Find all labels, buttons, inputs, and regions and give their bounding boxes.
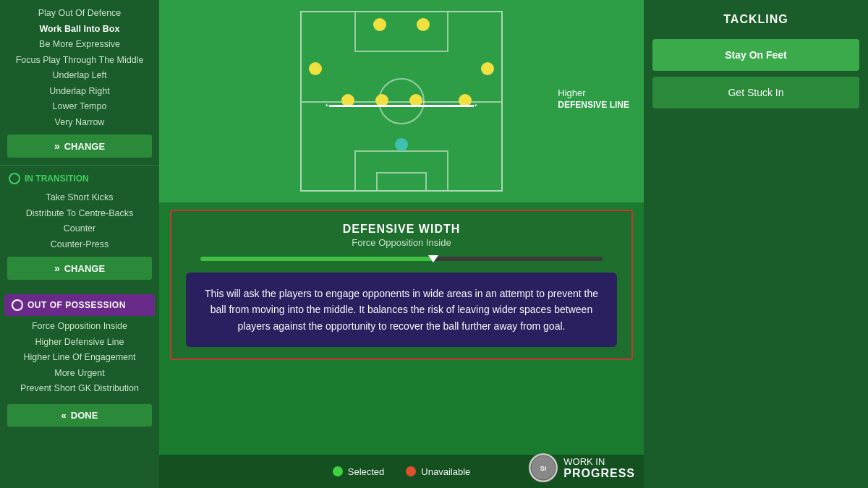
change-button[interactable]: » CHANGE xyxy=(7,134,152,158)
out-possession-label: OUT OF POSSESSION xyxy=(27,300,126,310)
out-of-possession-section: OUT OF POSSESSION Force Opposition Insid… xyxy=(0,286,159,488)
penalty-box-top xyxy=(354,12,448,52)
wip-line1: WORK IN xyxy=(563,456,635,467)
sidebar-item-underlap-right[interactable]: Underlap Right xyxy=(0,84,159,100)
unavailable-label: Unavailable xyxy=(421,466,470,477)
pitch-field xyxy=(300,11,503,192)
out-possession-header: OUT OF POSSESSION xyxy=(4,294,155,316)
sidebar-item-short-kicks[interactable]: Take Short Kicks xyxy=(0,190,159,206)
defensive-line-arrow xyxy=(329,105,474,107)
wip-line2: PROGRESS xyxy=(563,467,635,480)
unavailable-dot-icon xyxy=(406,466,416,476)
legend-unavailable: Unavailable xyxy=(406,466,470,477)
in-transition-label: IN TRANSITION xyxy=(25,174,89,184)
player-1 xyxy=(373,18,386,31)
selected-label: Selected xyxy=(348,466,385,477)
main-area: Higher DEFENSIVE LINE DEFENSIVE WIDTH Fo… xyxy=(159,0,644,488)
right-panel: TACKLING Stay On Feet Get Stuck In xyxy=(644,0,868,488)
slider-fill xyxy=(200,257,433,261)
sidebar-item-higher-line-eng[interactable]: Higher Line Of Engagement xyxy=(0,350,159,366)
sidebar-item-lower-tempo[interactable]: Lower Tempo xyxy=(0,99,159,115)
done-button[interactable]: « DONE xyxy=(7,404,152,427)
player-3 xyxy=(309,62,322,75)
sidebar-item-underlap-left[interactable]: Underlap Left xyxy=(0,68,159,84)
def-line-bold: DEFENSIVE LINE xyxy=(558,100,629,110)
in-transition-section: IN TRANSITION Take Short Kicks Distribut… xyxy=(0,166,159,286)
selected-dot-icon xyxy=(333,466,343,476)
player-4 xyxy=(481,62,494,75)
slider-triangle-icon xyxy=(428,255,438,262)
sidebar-item-counter[interactable]: Counter xyxy=(0,221,159,237)
in-possession-section: Play Out Of Defence Work Ball Into Box B… xyxy=(0,0,159,166)
out-possession-circle-icon xyxy=(12,299,23,311)
change-label: CHANGE xyxy=(64,141,105,152)
wip-text: WORK IN PROGRESS xyxy=(563,456,635,480)
goal-box-bottom xyxy=(376,172,427,190)
in-transition-circle-icon xyxy=(9,173,20,184)
defensive-width-title: DEFENSIVE WIDTH xyxy=(186,223,617,236)
in-transition-header: IN TRANSITION xyxy=(0,167,159,190)
goalkeeper xyxy=(395,138,408,151)
wip-badge: SI WORK IN PROGRESS xyxy=(529,453,635,482)
sidebar-item-focus-play[interactable]: Focus Play Through The Middle xyxy=(0,53,159,69)
slider-track xyxy=(200,257,603,261)
player-2 xyxy=(417,18,430,31)
done-arrows-icon: « xyxy=(61,410,67,421)
sidebar-item-distribute[interactable]: Distribute To Centre-Backs xyxy=(0,206,159,222)
get-stuck-in-button[interactable]: Get Stuck In xyxy=(652,77,859,108)
defensive-width-box: DEFENSIVE WIDTH Force Opposition Inside … xyxy=(170,210,633,360)
def-line-higher: Higher xyxy=(558,87,585,98)
sidebar-item-counter-press[interactable]: Counter-Press xyxy=(0,237,159,253)
bottom-row: Selected Unavailable SI WORK IN PROGRESS xyxy=(159,455,644,488)
bottom-panel: DEFENSIVE WIDTH Force Opposition Inside … xyxy=(159,202,644,455)
pitch-container: Higher DEFENSIVE LINE xyxy=(159,0,644,202)
sidebar-item-more-expressive[interactable]: Be More Expressive xyxy=(0,37,159,53)
si-logo-icon: SI xyxy=(529,453,558,482)
sidebar-item-prevent-short-gk[interactable]: Prevent Short GK Distribution xyxy=(0,381,159,397)
done-label: DONE xyxy=(71,410,98,421)
svg-text:SI: SI xyxy=(540,465,547,472)
sidebar-item-higher-def-line[interactable]: Higher Defensive Line xyxy=(0,335,159,351)
sidebar-item-very-narrow[interactable]: Very Narrow xyxy=(0,115,159,131)
defensive-width-subtitle: Force Opposition Inside xyxy=(186,237,617,248)
out-possession-items: Force Opposition Inside Higher Defensive… xyxy=(0,316,159,400)
change2-arrows-icon: » xyxy=(54,262,60,274)
sidebar-item-more-urgent[interactable]: More Urgent xyxy=(0,366,159,382)
description-text: This will ask the players to engage oppo… xyxy=(205,288,598,332)
change-button-2[interactable]: » CHANGE xyxy=(7,257,152,280)
defensive-width-slider[interactable] xyxy=(200,257,603,261)
legend-selected: Selected xyxy=(333,466,385,477)
defensive-line-label-container: Higher DEFENSIVE LINE xyxy=(558,87,629,110)
description-box: This will ask the players to engage oppo… xyxy=(186,273,617,347)
tackling-header: TACKLING xyxy=(652,9,859,30)
sidebar-item-force-opp[interactable]: Force Opposition Inside xyxy=(0,319,159,335)
sidebar-item-play-out[interactable]: Play Out Of Defence xyxy=(0,6,159,22)
slider-thumb[interactable] xyxy=(428,255,438,262)
change2-label: CHANGE xyxy=(64,263,105,274)
stay-on-feet-button[interactable]: Stay On Feet xyxy=(652,39,859,71)
left-sidebar: Play Out Of Defence Work Ball Into Box B… xyxy=(0,0,159,488)
sidebar-item-work-ball[interactable]: Work Ball Into Box xyxy=(0,22,159,38)
change-arrows-icon: » xyxy=(54,140,60,152)
